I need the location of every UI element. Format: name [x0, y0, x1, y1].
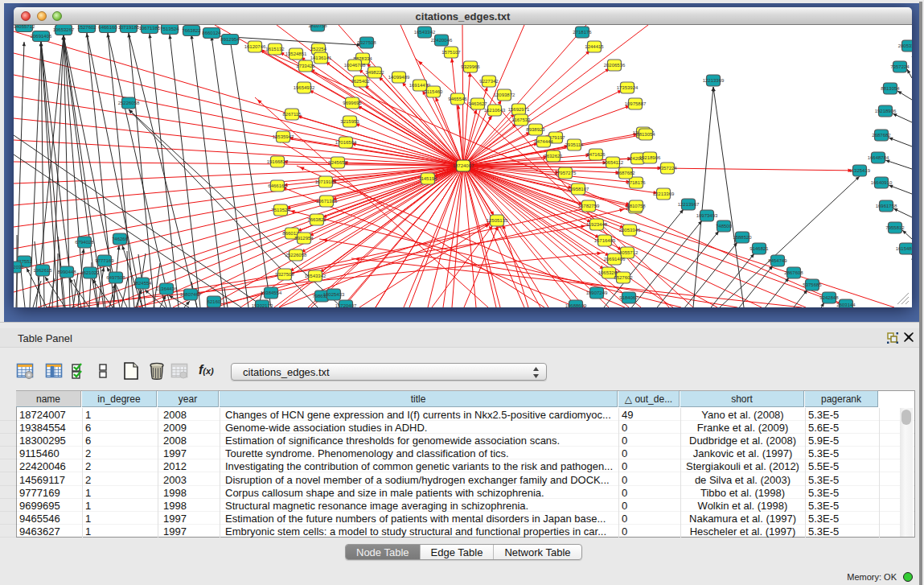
- svg-text:16961758: 16961758: [876, 204, 897, 208]
- svg-text:12213369: 12213369: [653, 192, 675, 196]
- svg-text:7955812: 7955812: [885, 225, 905, 230]
- svg-text:9242848: 9242848: [819, 295, 839, 300]
- svg-text:7513524: 7513524: [160, 27, 179, 31]
- svg-text:10973493: 10973493: [696, 213, 718, 218]
- svg-text:25226058: 25226058: [118, 101, 140, 105]
- svg-text:5822037: 5822037: [14, 265, 24, 270]
- svg-text:17957275: 17957275: [555, 171, 577, 175]
- svg-text:3498222: 3498222: [365, 70, 384, 75]
- svg-text:10025433: 10025433: [323, 292, 345, 297]
- svg-text:10688609: 10688609: [565, 303, 587, 307]
- svg-text:7625402: 7625402: [351, 79, 370, 84]
- svg-text:8912954: 8912954: [220, 37, 240, 42]
- svg-text:7632621: 7632621: [544, 154, 563, 159]
- svg-text:14055712: 14055712: [14, 25, 35, 29]
- svg-text:15716485: 15716485: [594, 238, 616, 243]
- svg-text:1588520: 1588520: [733, 235, 752, 240]
- svg-text:10719185: 10719185: [118, 25, 140, 30]
- svg-text:8990448: 8990448: [57, 270, 76, 274]
- svg-text:9777169: 9777169: [95, 258, 114, 263]
- svg-text:9146821: 9146821: [749, 246, 769, 251]
- svg-text:16782759: 16782759: [578, 204, 600, 208]
- svg-text:20053346: 20053346: [898, 43, 912, 48]
- svg-text:17016504: 17016504: [335, 140, 357, 145]
- svg-text:2687682: 2687682: [616, 171, 635, 175]
- svg-text:19218906: 19218906: [639, 155, 661, 160]
- svg-text:6497508: 6497508: [106, 275, 125, 280]
- svg-text:10671385: 10671385: [139, 26, 161, 31]
- svg-text:9184067: 9184067: [619, 295, 639, 300]
- svg-text:1145194: 1145194: [419, 176, 438, 181]
- svg-text:2935114: 2935114: [565, 142, 585, 147]
- svg-text:2718176: 2718176: [626, 180, 646, 185]
- svg-text:18724007: 18724007: [453, 163, 474, 168]
- svg-text:1244415: 1244415: [585, 44, 604, 49]
- svg-text:1575107: 1575107: [441, 50, 461, 55]
- svg-text:1621022: 1621022: [80, 270, 100, 275]
- svg-text:15302173: 15302173: [252, 303, 273, 307]
- svg-text:1362615: 1362615: [33, 268, 52, 273]
- svg-text:2718176: 2718176: [573, 30, 592, 35]
- svg-text:6466160: 6466160: [268, 183, 287, 188]
- svg-text:1810758: 1810758: [308, 25, 327, 28]
- svg-text:15720407: 15720407: [335, 303, 357, 307]
- svg-text:9699695: 9699695: [343, 101, 362, 105]
- svg-text:13524851: 13524851: [285, 51, 307, 56]
- svg-text:8660124: 8660124: [202, 31, 221, 35]
- svg-text:5375685: 5375685: [803, 282, 822, 287]
- svg-text:12505135: 12505135: [487, 218, 508, 223]
- svg-text:21364436: 21364436: [156, 286, 178, 291]
- svg-text:9115460: 9115460: [425, 89, 444, 94]
- svg-text:8938923: 8938923: [526, 127, 545, 132]
- svg-text:10046708: 10046708: [344, 63, 366, 68]
- svg-text:19654932: 19654932: [294, 85, 315, 90]
- svg-text:16120746: 16120746: [244, 44, 266, 49]
- svg-text:9329966: 9329966: [461, 64, 480, 69]
- svg-text:1810758: 1810758: [626, 204, 646, 208]
- svg-text:1527602: 1527602: [77, 25, 97, 30]
- svg-text:2867608: 2867608: [784, 270, 803, 275]
- svg-text:14136141: 14136141: [310, 56, 332, 60]
- svg-text:16543342: 16543342: [305, 274, 326, 278]
- svg-text:1615132: 1615132: [265, 47, 285, 51]
- svg-text:19218906: 19218906: [875, 109, 897, 113]
- svg-text:1733426: 1733426: [296, 64, 315, 68]
- svg-text:9474444: 9474444: [534, 139, 553, 144]
- svg-text:1167533: 1167533: [512, 117, 532, 122]
- svg-text:20053346: 20053346: [619, 228, 641, 233]
- svg-text:19166827: 19166827: [267, 159, 289, 164]
- svg-text:10958107: 10958107: [568, 187, 589, 192]
- svg-text:12213967: 12213967: [678, 202, 700, 207]
- svg-text:9245652: 9245652: [328, 160, 347, 165]
- svg-text:16648784: 16648784: [868, 155, 889, 160]
- svg-text:9463627: 9463627: [468, 101, 487, 106]
- svg-text:12213369: 12213369: [703, 78, 725, 83]
- svg-text:16210643: 16210643: [484, 108, 506, 113]
- svg-text:6466160: 6466160: [98, 25, 117, 30]
- svg-text:7513524: 7513524: [271, 208, 290, 212]
- svg-text:25226058: 25226058: [285, 253, 307, 257]
- svg-text:2603144: 2603144: [836, 303, 856, 307]
- svg-text:748500: 748500: [716, 224, 733, 229]
- svg-text:14099489: 14099489: [388, 75, 410, 80]
- svg-text:746266: 746266: [112, 237, 129, 241]
- svg-text:10719185: 10719185: [315, 179, 337, 184]
- svg-text:12093872: 12093872: [494, 93, 515, 97]
- svg-text:8912954: 8912954: [294, 236, 314, 241]
- svg-text:6794028: 6794028: [75, 240, 94, 245]
- svg-text:22420046: 22420046: [431, 38, 453, 43]
- svg-text:18907249: 18907249: [586, 290, 608, 295]
- svg-text:11325419: 11325419: [849, 168, 871, 173]
- svg-text:8454749: 8454749: [768, 258, 787, 263]
- svg-text:62160: 62160: [207, 299, 221, 304]
- svg-text:7663822: 7663822: [182, 28, 201, 33]
- svg-text:3215953: 3215953: [340, 119, 359, 124]
- svg-text:15692971: 15692971: [508, 107, 530, 112]
- svg-text:10975887: 10975887: [625, 101, 647, 106]
- svg-text:9465546: 9465546: [448, 97, 467, 101]
- svg-text:16543342: 16543342: [414, 30, 436, 35]
- svg-text:2687682: 2687682: [872, 133, 891, 138]
- svg-text:10653267: 10653267: [53, 27, 75, 32]
- svg-text:9227342: 9227342: [479, 79, 499, 84]
- svg-text:7663822: 7663822: [307, 217, 326, 222]
